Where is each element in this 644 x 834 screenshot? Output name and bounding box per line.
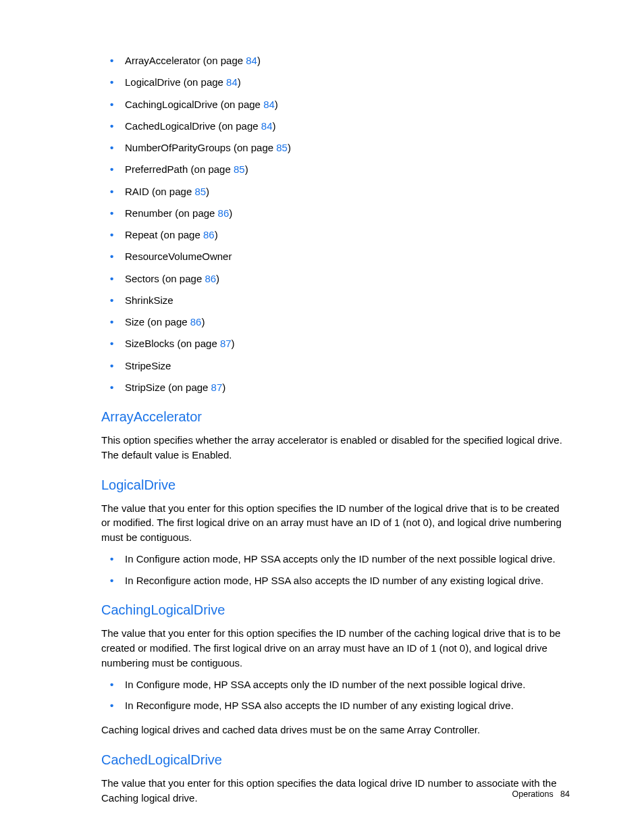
toc-item-close: ): [229, 207, 232, 219]
page-link[interactable]: 85: [276, 142, 288, 153]
toc-item-label: ShrinkSize: [125, 294, 173, 306]
para-logicaldrive: The value that you enter for this option…: [101, 501, 570, 545]
footer-section: Operations: [512, 789, 554, 799]
toc-item-close: ): [245, 163, 248, 175]
toc-item-suffix: (on page: [200, 55, 246, 66]
heading-arrayaccelerator: ArrayAccelerator: [101, 409, 570, 425]
toc-item-label: RAID: [125, 186, 149, 197]
toc-item-label: CachingLogicalDrive: [125, 99, 218, 110]
heading-logicaldrive: LogicalDrive: [101, 477, 570, 493]
page-link[interactable]: 85: [234, 163, 245, 175]
list-item: In Reconfigure mode, HP SSA also accepts…: [125, 698, 570, 713]
toc-item-label: Sectors: [125, 273, 159, 284]
list-item: In Configure action mode, HP SSA accepts…: [125, 552, 570, 567]
page-link[interactable]: 86: [190, 316, 202, 328]
toc-item-close: ): [222, 382, 225, 393]
toc-item-label: ResourceVolumeOwner: [125, 251, 232, 262]
para-cachinglogicaldrive-2: Caching logical drives and cached data d…: [101, 723, 570, 737]
toc-item-close: ): [206, 186, 209, 197]
toc-item-label: CachedLogicalDrive: [125, 120, 215, 132]
toc-item-label: StripeSize: [125, 360, 171, 371]
toc-item: ArrayAccelerator (on page 84): [125, 54, 570, 68]
toc-item-close: ): [257, 55, 261, 66]
toc-item-suffix: (on page: [231, 142, 277, 153]
toc-item-suffix: (on page: [172, 207, 218, 219]
page-link[interactable]: 86: [203, 229, 215, 240]
toc-item-label: Repeat: [125, 229, 157, 240]
toc-item-suffix: (on page: [181, 76, 227, 88]
toc-item-label: Size: [125, 316, 144, 328]
heading-cachinglogicaldrive: CachingLogicalDrive: [101, 602, 570, 618]
heading-cachedlogicaldrive: CachedLogicalDrive: [101, 752, 570, 768]
toc-item-suffix: (on page: [144, 316, 190, 328]
toc-item: Size (on page 86): [125, 315, 570, 329]
page-link[interactable]: 85: [194, 186, 206, 197]
footer-page-number: 84: [560, 789, 570, 799]
toc-item: PreferredPath (on page 85): [125, 163, 570, 176]
toc-item-suffix: (on page: [215, 120, 261, 132]
toc-item-suffix: (on page: [149, 186, 195, 197]
page-link[interactable]: 84: [261, 120, 273, 132]
toc-item-close: ): [273, 120, 276, 132]
toc-item-close: ): [275, 99, 278, 110]
list-logicaldrive: In Configure action mode, HP SSA accepts…: [101, 552, 570, 588]
toc-item-suffix: (on page: [188, 163, 234, 175]
page-link[interactable]: 87: [220, 338, 232, 349]
list-item: In Reconfigure action mode, HP SSA also …: [125, 573, 570, 588]
toc-item-close: ): [216, 273, 219, 284]
toc-item-close: ): [215, 229, 218, 240]
page-link[interactable]: 87: [211, 382, 223, 393]
toc-item-suffix: (on page: [218, 99, 264, 110]
toc-item: Renumber (on page 86): [125, 207, 570, 220]
toc-item-suffix: (on page: [157, 229, 203, 240]
toc-item: RAID (on page 85): [125, 185, 570, 199]
toc-item: StripSize (on page 87): [125, 381, 570, 394]
para-cachedlogicaldrive: The value that you enter for this option…: [101, 776, 570, 806]
toc-item-label: Renumber: [125, 207, 172, 219]
page-link[interactable]: 84: [246, 55, 257, 66]
toc-item-close: ): [288, 142, 291, 153]
toc-item: Repeat (on page 86): [125, 228, 570, 242]
toc-item: LogicalDrive (on page 84): [125, 76, 570, 89]
page-link[interactable]: 86: [205, 273, 216, 284]
page-link[interactable]: 84: [226, 76, 238, 88]
para-arrayaccelerator: This option specifies whether the array …: [101, 433, 570, 463]
page-footer: Operations 84: [512, 789, 570, 799]
toc-item: NumberOfParityGroups (on page 85): [125, 141, 570, 155]
para-cachinglogicaldrive-1: The value that you enter for this option…: [101, 626, 570, 670]
toc-item-label: SizeBlocks: [125, 338, 174, 349]
toc-item-suffix: (on page: [174, 338, 220, 349]
toc-item: CachedLogicalDrive (on page 84): [125, 120, 570, 133]
toc-item-close: ): [238, 76, 241, 88]
toc-item-label: NumberOfParityGroups: [125, 142, 231, 153]
list-item: In Configure mode, HP SSA accepts only t…: [125, 677, 570, 692]
toc-item: ShrinkSize: [125, 294, 570, 307]
document-page: ArrayAccelerator (on page 84)LogicalDriv…: [0, 0, 644, 834]
toc-item: Sectors (on page 86): [125, 272, 570, 286]
toc-item-label: StripSize: [125, 382, 165, 393]
toc-item-suffix: (on page: [159, 273, 205, 284]
toc-item: SizeBlocks (on page 87): [125, 337, 570, 350]
toc-item: CachingLogicalDrive (on page 84): [125, 98, 570, 111]
toc-item-close: ): [201, 316, 205, 328]
toc-item: StripeSize: [125, 359, 570, 373]
toc-item-label: ArrayAccelerator: [125, 55, 200, 66]
toc-item-close: ): [232, 338, 235, 349]
toc-item-label: PreferredPath: [125, 163, 188, 175]
page-link[interactable]: 84: [263, 99, 275, 110]
toc-list: ArrayAccelerator (on page 84)LogicalDriv…: [101, 54, 570, 394]
list-cachinglogicaldrive: In Configure mode, HP SSA accepts only t…: [101, 677, 570, 714]
toc-item: ResourceVolumeOwner: [125, 250, 570, 263]
page-link[interactable]: 86: [218, 207, 230, 219]
toc-item-suffix: (on page: [165, 382, 211, 393]
toc-item-label: LogicalDrive: [125, 76, 181, 88]
